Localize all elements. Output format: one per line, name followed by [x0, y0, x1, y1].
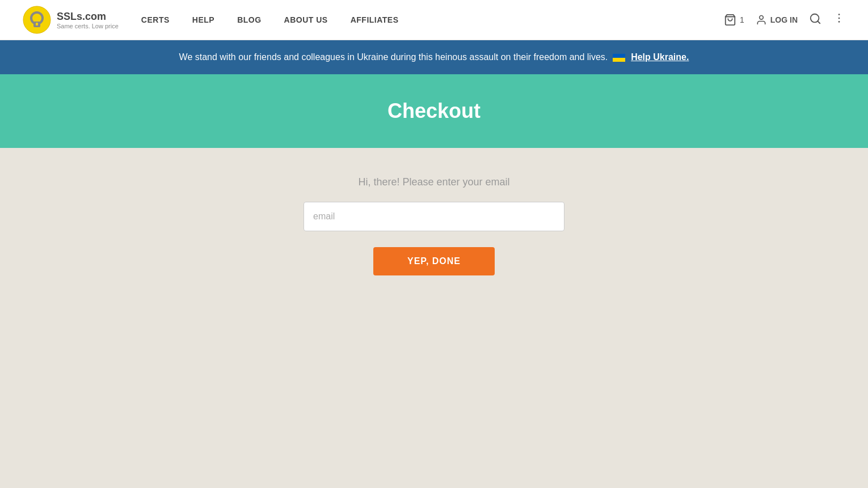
- svg-point-5: [759, 16, 763, 20]
- logo-tagline: Same certs. Low price: [57, 23, 119, 29]
- more-menu-button[interactable]: [833, 12, 845, 28]
- nav-about-us[interactable]: ABOUT US: [284, 15, 328, 24]
- header-right: 1 LOG IN: [724, 12, 845, 28]
- svg-point-9: [838, 18, 840, 19]
- cart-count: 1: [740, 15, 744, 24]
- user-icon: [756, 14, 767, 26]
- logo-text: SSLs.com Same certs. Low price: [57, 11, 119, 29]
- checkout-title: Checkout: [387, 99, 481, 123]
- svg-rect-3: [36, 23, 38, 26]
- nav-blog[interactable]: BLOG: [237, 15, 261, 24]
- search-icon: [809, 12, 821, 25]
- main-nav: CERTS HELP BLOG ABOUT US AFFILIATES: [141, 15, 724, 24]
- cart-icon: [724, 14, 736, 26]
- logo-brand: SSLs.com: [57, 11, 119, 23]
- ukraine-banner-text: We stand with our friends and colleagues…: [179, 52, 608, 62]
- nav-certs[interactable]: CERTS: [141, 15, 170, 24]
- checkout-hero: Checkout: [0, 74, 868, 148]
- ukraine-help-link[interactable]: Help Ukraine.: [631, 52, 689, 62]
- nav-affiliates[interactable]: AFFILIATES: [351, 15, 399, 24]
- ukraine-banner: We stand with our friends and colleagues…: [0, 40, 868, 74]
- more-icon: [833, 12, 845, 24]
- logo-link[interactable]: SSLs.com Same certs. Low price: [23, 6, 119, 34]
- email-prompt: Hi, there! Please enter your email: [358, 176, 509, 188]
- svg-point-0: [23, 6, 50, 33]
- svg-point-10: [838, 21, 840, 23]
- ukraine-flag: [613, 54, 625, 62]
- svg-line-7: [818, 21, 820, 23]
- main-content: Hi, there! Please enter your email YEP, …: [0, 148, 868, 298]
- site-header: SSLs.com Same certs. Low price CERTS HEL…: [0, 0, 868, 40]
- login-label: LOG IN: [770, 15, 798, 24]
- cart-button[interactable]: 1: [724, 14, 744, 26]
- yep-done-button[interactable]: YEP, DONE: [373, 247, 495, 275]
- logo-icon: [23, 6, 51, 34]
- email-field[interactable]: [304, 202, 564, 231]
- login-button[interactable]: LOG IN: [756, 14, 798, 26]
- svg-point-8: [838, 14, 840, 15]
- search-button[interactable]: [809, 12, 821, 27]
- nav-help[interactable]: HELP: [192, 15, 214, 24]
